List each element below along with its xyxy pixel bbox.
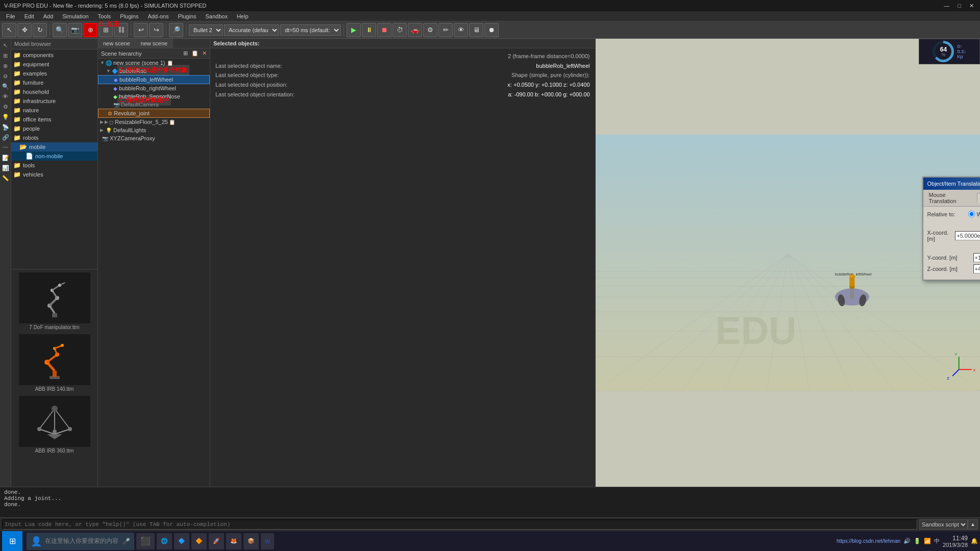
sim-record-btn[interactable]: ⏺ bbox=[484, 23, 499, 37]
mb-tools[interactable]: 📁tools bbox=[11, 161, 97, 170]
sh-camera-proxy[interactable]: 📷 XYZCameraProxy bbox=[98, 134, 210, 142]
tb-move-btn[interactable]: ✥ bbox=[17, 23, 32, 37]
physics-select[interactable]: Bullet 2 bbox=[189, 24, 223, 36]
taskbar-ie[interactable]: 🔷 bbox=[174, 533, 189, 549]
tb-rotate-btn[interactable]: ↻ bbox=[33, 23, 47, 37]
sim-car-btn[interactable]: 🚗 bbox=[408, 23, 422, 37]
sh-floor[interactable]: ▶ ▶ ◻ ResizableFloor_5_25 📋 bbox=[98, 118, 210, 126]
tb-search-btn[interactable]: 🔎 bbox=[169, 23, 183, 37]
sh-revolute[interactable]: ⚙ Revolute_joint bbox=[98, 109, 210, 118]
mb-examples[interactable]: 📁examples bbox=[11, 69, 97, 78]
scene-icon1[interactable]: ⊞ bbox=[183, 50, 188, 56]
menu-simulation[interactable]: Simulation bbox=[58, 13, 92, 19]
tb-translate-btn[interactable]: ⊕ bbox=[83, 23, 97, 37]
sim-stop-btn[interactable]: ⏹ bbox=[377, 23, 391, 37]
taskbar-rocket[interactable]: 🚀 bbox=[209, 533, 224, 549]
lt-path-icon[interactable]: 〰 bbox=[1, 143, 10, 152]
taskbar-edge[interactable]: 🌐 bbox=[157, 533, 172, 549]
menu-addons[interactable]: Add-ons bbox=[143, 13, 173, 19]
robot-item-3[interactable]: ABB IRB 360.ttm bbox=[14, 396, 95, 455]
sh-rightWheel[interactable]: ◆ bubbleRob_rightWheel bbox=[98, 84, 210, 92]
taskbar-word[interactable]: W bbox=[261, 533, 274, 549]
sh-bubbleRob[interactable]: ▼ 🔷 bubbleRob bbox=[98, 67, 210, 75]
lt-light-icon[interactable]: 💡 bbox=[1, 112, 10, 121]
sim-pen-btn[interactable]: ✏ bbox=[438, 23, 453, 37]
taskbar-task-view[interactable]: ⬛ bbox=[136, 533, 155, 549]
expand-input-btn[interactable]: ▲ bbox=[968, 519, 978, 530]
menu-add[interactable]: Add bbox=[39, 13, 58, 19]
robot-item-1[interactable]: 7 DoF manipulator.ttm bbox=[14, 272, 95, 331]
maximize-btn[interactable]: □ bbox=[955, 3, 963, 9]
scene-close-btn[interactable]: ✕ bbox=[202, 50, 207, 56]
tb-redo-btn[interactable]: ↪ bbox=[149, 23, 163, 37]
scene-tab-2[interactable]: new scene bbox=[136, 39, 174, 48]
sim-screen-btn[interactable]: 🖥 bbox=[469, 23, 483, 37]
tb-select-btn[interactable]: ↖ bbox=[2, 23, 16, 37]
menu-edit[interactable]: Edit bbox=[20, 13, 38, 19]
tb-snap-btn[interactable]: ⊞ bbox=[99, 23, 113, 37]
lt-sensor-icon[interactable]: 📡 bbox=[1, 122, 10, 132]
mb-components[interactable]: 📁components bbox=[11, 51, 97, 60]
mb-nature[interactable]: 📁nature bbox=[11, 106, 97, 115]
tb-zoom-btn[interactable]: 🔍 bbox=[53, 23, 67, 37]
menu-file[interactable]: File bbox=[2, 13, 19, 19]
mb-furniture[interactable]: 📁furniture bbox=[11, 78, 97, 87]
dt-select[interactable]: dt=50 ms (default: bbox=[280, 24, 341, 36]
sim-play-btn[interactable]: ▶ bbox=[347, 23, 361, 37]
search-bar[interactable]: 👤 在这里输入你要搜索的内容 🎤 bbox=[27, 533, 134, 550]
menu-tools[interactable]: Tools bbox=[94, 13, 115, 19]
scene-tab-1[interactable]: new scene bbox=[98, 39, 136, 48]
sim-pause-btn[interactable]: ⏸ bbox=[362, 23, 376, 37]
z-coord-input[interactable] bbox=[973, 264, 981, 273]
tb-undo-btn[interactable]: ↩ bbox=[134, 23, 148, 37]
dialog-tab-mouse[interactable]: Mouse Translation bbox=[923, 190, 977, 206]
sh-scene-root[interactable]: ▼ 🌐 new scene (scene 1) 📋 bbox=[98, 59, 210, 67]
sim-real-btn[interactable]: ⏱ bbox=[393, 23, 407, 37]
menu-sandbox[interactable]: Sandbox bbox=[201, 13, 231, 19]
taskbar-notification-icon[interactable]: 🔔 bbox=[971, 538, 978, 544]
mb-office[interactable]: 📁office items bbox=[11, 115, 97, 124]
sh-leftWheel[interactable]: ◆ bubbleRob_leftWheel bbox=[98, 75, 210, 84]
radio-world[interactable] bbox=[968, 211, 975, 217]
x-coord-input[interactable] bbox=[955, 231, 980, 240]
lt-measure-icon[interactable]: 📏 bbox=[1, 173, 10, 183]
lt-camera-icon[interactable]: 👁 bbox=[1, 92, 10, 101]
robot-item-2[interactable]: ABB IRB 140.ttm bbox=[14, 334, 95, 393]
scene-icon2[interactable]: 📋 bbox=[191, 50, 199, 56]
mb-non-mobile[interactable]: 📄non-mobile bbox=[11, 152, 97, 161]
mb-equipment[interactable]: 📁equipment bbox=[11, 60, 97, 69]
y-coord-input[interactable] bbox=[973, 253, 981, 262]
taskbar-orange[interactable]: 🔶 bbox=[191, 533, 207, 549]
sh-sensorNose[interactable]: ◆ bubbleRob_SensorNose bbox=[98, 92, 210, 101]
sim-eye-btn[interactable]: 👁 bbox=[454, 23, 468, 37]
lua-input[interactable] bbox=[2, 519, 917, 530]
mb-mobile[interactable]: 📂mobile bbox=[11, 142, 97, 152]
lt-collapse-icon[interactable]: ⊖ bbox=[1, 71, 10, 81]
sim-extra-btn[interactable]: ⚙ bbox=[423, 23, 437, 37]
mb-household[interactable]: 📁household bbox=[11, 87, 97, 96]
lt-graph-icon[interactable]: 📊 bbox=[1, 163, 10, 172]
sandbox-select[interactable]: Sandbox script bbox=[919, 519, 968, 530]
taskbar-app5[interactable]: 📦 bbox=[243, 533, 259, 549]
search-text[interactable]: 在这里输入你要搜索的内容 bbox=[45, 537, 118, 545]
tb-camera-btn[interactable]: 📷 bbox=[68, 23, 82, 37]
tb-link-btn[interactable]: ⛓ bbox=[114, 23, 128, 37]
mb-vehicles[interactable]: 📁vehicles bbox=[11, 170, 97, 179]
menu-plugins2[interactable]: Plugins bbox=[174, 13, 200, 19]
window-controls[interactable]: — □ ✕ bbox=[942, 3, 976, 9]
close-btn[interactable]: ✕ bbox=[967, 3, 976, 9]
dialog-tab-position[interactable]: Position bbox=[977, 193, 980, 203]
lt-joint-icon[interactable]: 🔗 bbox=[1, 133, 10, 142]
lt-obj-icon[interactable]: ⊞ bbox=[1, 51, 10, 60]
menu-plugins[interactable]: Plugins bbox=[116, 13, 142, 19]
sh-defaultCamera[interactable]: 📷 DefaultCamera bbox=[98, 101, 210, 109]
accuracy-select[interactable]: Accurate (defau bbox=[224, 24, 279, 36]
mic-icon[interactable]: 🎤 bbox=[122, 538, 130, 545]
viewport[interactable]: EDU bubbleRob_leftWheel X bbox=[596, 39, 981, 487]
mb-infrastructure[interactable]: 📁infrastructure bbox=[11, 96, 97, 106]
minimize-btn[interactable]: — bbox=[942, 3, 951, 9]
sh-lights[interactable]: ▶ 💡 DefaultLights bbox=[98, 126, 210, 134]
menu-help[interactable]: Help bbox=[233, 13, 253, 19]
lt-expand-icon[interactable]: ⊕ bbox=[1, 61, 10, 70]
lt-script-icon[interactable]: 📝 bbox=[1, 153, 10, 162]
